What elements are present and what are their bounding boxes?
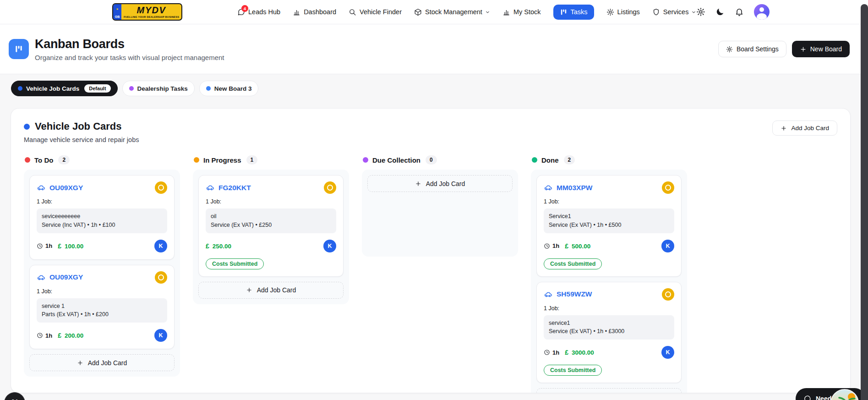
job-summary: seviceeeeeeee Service (Inc VAT) • 1h • £…	[37, 208, 167, 233]
bar-chart-icon	[502, 8, 510, 16]
job-name: seviceeeeeeee	[42, 212, 162, 221]
package-icon	[414, 8, 422, 16]
add-job-card-button[interactable]: Add Job Card	[198, 282, 344, 299]
job-summary: service1 Service (Ex VAT) • 1h • £3000	[544, 315, 674, 340]
column-title: Done	[541, 156, 559, 164]
job-detail: Service (Ex VAT) • 1h • £3000	[549, 327, 669, 336]
job-amount: £ 500.00	[565, 242, 590, 250]
moon-icon[interactable]	[715, 7, 725, 16]
brand-name: MYDV	[137, 5, 166, 15]
tab-new-board-3[interactable]: New Board 3	[199, 81, 259, 96]
cards-wrap: MM03XPW 1 Job: Service1 Service (Ex VAT)…	[536, 175, 682, 383]
amount-value: 250.00	[213, 243, 231, 250]
costs-submitted-badge: Costs Submitted	[544, 258, 602, 269]
card-status-badge[interactable]	[662, 181, 674, 194]
settings-icon[interactable]	[696, 7, 705, 16]
vehicle-reg-link[interactable]: SH59WZW	[557, 290, 592, 298]
column-status-dot	[532, 157, 537, 163]
vehicle-reg-link[interactable]: OU09XGY	[49, 273, 83, 281]
page-title: Kanban Boards	[35, 37, 224, 51]
vehicle-reg-link[interactable]: MM03XPW	[557, 184, 592, 192]
job-amount: £ 100.00	[58, 242, 83, 250]
chevron-down-icon	[691, 10, 696, 15]
circle-icon	[665, 185, 671, 191]
job-amount: £ 250.00	[206, 242, 231, 250]
vehicle-reg-link[interactable]: FG20KKT	[218, 184, 251, 192]
car-icon	[37, 273, 45, 282]
chat-icon	[803, 395, 811, 400]
column-title: Due Collection	[372, 156, 420, 164]
nav-label: Listings	[617, 8, 640, 16]
main-nav: 4 Leads Hub Dashboard Vehicle Finder Sto…	[237, 5, 696, 20]
assignee-avatar[interactable]: K	[661, 240, 674, 252]
nav-services[interactable]: Services	[652, 8, 697, 16]
job-summary: service 1 Parts (Ex VAT) • 1h • £200	[37, 298, 167, 323]
job-amount: £ 3000.00	[565, 349, 594, 356]
nav-vehicle-finder[interactable]: Vehicle Finder	[349, 8, 402, 16]
job-card[interactable]: OU09XGY 1 Job: service 1 Parts (Ex VAT) …	[29, 265, 175, 350]
job-card[interactable]: OU09XGY 1 Job: seviceeeeeeee Service (In…	[29, 175, 175, 260]
job-name: oil	[211, 212, 331, 221]
hours-label: 1h	[45, 332, 52, 339]
scrollbar-thumb[interactable]	[861, 4, 868, 400]
add-job-card-button[interactable]: Add Job Card	[367, 175, 513, 192]
hours-label: 1h	[552, 242, 559, 249]
board-color-dot	[129, 86, 134, 91]
add-job-card-header-button[interactable]: Add Job Card	[772, 121, 837, 136]
job-detail: Service (Inc VAT) • 1h • £100	[42, 221, 162, 230]
job-card[interactable]: MM03XPW 1 Job: Service1 Service (Ex VAT)…	[536, 175, 682, 277]
bell-icon[interactable]	[735, 7, 744, 16]
assignee-avatar[interactable]: K	[323, 240, 336, 252]
dev-tools-badge[interactable]: N	[4, 392, 25, 400]
card-status-badge[interactable]	[155, 181, 167, 194]
add-job-card-button[interactable]: Add Job Card	[536, 388, 682, 393]
amount-value: 100.00	[65, 243, 83, 250]
job-card[interactable]: SH59WZW 1 Job: service1 Service (Ex VAT)…	[536, 282, 682, 384]
nav-label: Dashboard	[304, 8, 336, 16]
user-avatar[interactable]	[754, 4, 770, 20]
plate-country: GB	[115, 15, 120, 18]
hours-wrap: 1h	[544, 349, 559, 356]
add-job-card-button[interactable]: Add Job Card	[29, 354, 175, 371]
column-body: FG20KKT 1 Job: oil Service (Ex VAT) • £2…	[193, 170, 349, 304]
jobs-count-label: 1 Job:	[544, 305, 674, 312]
nav-dashboard[interactable]: Dashboard	[293, 8, 336, 16]
nav-tasks[interactable]: Tasks	[553, 5, 594, 20]
assignee-avatar[interactable]: K	[154, 240, 167, 252]
column-title: In Progress	[203, 156, 241, 164]
board-title: Vehicle Job Cards	[35, 121, 122, 132]
assignee-avatar[interactable]: K	[661, 346, 674, 359]
hours-label: 1h	[45, 242, 52, 249]
page-subtitle: Organize and track your tasks with visua…	[35, 54, 224, 61]
nav-leads-hub[interactable]: 4 Leads Hub	[237, 8, 280, 16]
tab-vehicle-job-cards[interactable]: Vehicle Job Cards Default	[11, 81, 118, 96]
assignee-avatar[interactable]: K	[154, 329, 167, 342]
nav-label: Stock Management	[425, 8, 482, 16]
clock-icon	[544, 349, 550, 356]
clock-icon	[37, 332, 43, 339]
nav-listings[interactable]: Listings	[606, 8, 640, 16]
nav-my-stock[interactable]: My Stock	[502, 8, 541, 16]
job-card[interactable]: FG20KKT 1 Job: oil Service (Ex VAT) • £2…	[198, 175, 344, 277]
card-status-badge[interactable]	[155, 271, 167, 284]
hours-label: 1h	[552, 349, 559, 356]
board-settings-button[interactable]: Board Settings	[718, 41, 786, 57]
clock-icon	[37, 243, 43, 249]
kanban-column: Due Collection 0 Add Job Card	[362, 155, 518, 257]
brand-tagline: FUELLING YOUR DEALERSHIP BUSINESS	[124, 16, 179, 18]
tab-dealership-tasks[interactable]: Dealership Tasks	[122, 81, 195, 96]
kanban-page-icon	[9, 39, 29, 59]
card-status-badge[interactable]	[662, 288, 674, 301]
job-detail: Parts (Ex VAT) • 1h • £200	[42, 310, 162, 319]
vehicle-reg-link[interactable]: OU09XGY	[49, 184, 83, 192]
new-board-button[interactable]: New Board	[792, 41, 850, 57]
card-status-badge[interactable]	[324, 181, 336, 194]
column-count-badge: 0	[426, 155, 437, 164]
plus-icon	[415, 181, 421, 187]
jobs-count-label: 1 Job:	[544, 198, 674, 205]
brand-logo[interactable]: GB MYDV FUELLING YOUR DEALERSHIP BUSINES…	[112, 3, 182, 21]
column-title: To Do	[34, 156, 53, 164]
plus-icon	[246, 287, 252, 293]
currency-symbol: £	[58, 242, 61, 250]
nav-stock-management[interactable]: Stock Management	[414, 8, 490, 16]
